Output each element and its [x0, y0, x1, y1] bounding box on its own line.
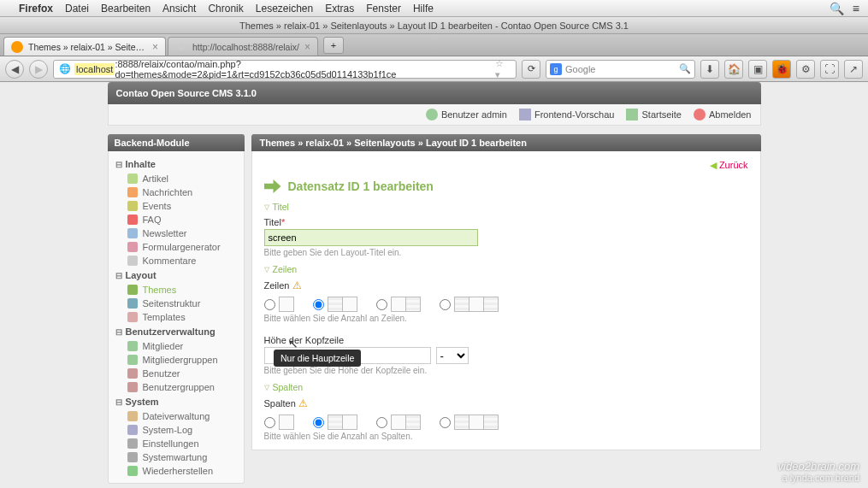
reload-button[interactable]: ⟳ — [522, 60, 540, 79]
sidebar-item-benutzer[interactable]: Benutzer — [112, 367, 240, 380]
sidebar-item-label: Nachrichten — [143, 187, 193, 197]
module-icon — [127, 355, 138, 365]
module-icon — [127, 285, 138, 295]
menu-chronik[interactable]: Chronik — [208, 3, 243, 15]
sidebar-item-wiederherstellen[interactable]: Wiederherstellen — [112, 464, 240, 478]
tab-close-icon[interactable]: × — [152, 41, 158, 53]
label-spalten: Spalten ⚠ — [264, 397, 748, 409]
sidebar-item-kommentare[interactable]: Kommentare — [112, 254, 240, 268]
menu-app-name[interactable]: Firefox — [19, 3, 53, 15]
sidebar-item-label: System-Log — [143, 425, 193, 435]
zeilen-opt-1[interactable] — [264, 297, 294, 312]
module-icon — [127, 368, 138, 379]
user-icon — [426, 109, 438, 121]
sidebar-item-label: FAQ — [143, 215, 162, 225]
sidebar-item-label: Events — [143, 201, 172, 211]
sidebar-item-systemwartung[interactable]: Systemwartung — [112, 450, 240, 464]
sidebar-item-seitenstruktur[interactable]: Seitenstruktur — [112, 297, 240, 310]
zeilen-opt-4[interactable] — [440, 297, 499, 312]
sidebar-item-templates[interactable]: Templates — [112, 310, 240, 324]
help-zeilen: Bitte wählen Sie die Anzahl an Zeilen. — [264, 314, 748, 323]
sidebar-item-label: Dateiverwaltung — [143, 411, 210, 421]
spotlight-icon[interactable]: 🔍 — [830, 2, 844, 15]
sidebar-item-mitgliedergruppen[interactable]: Mitgliedergruppen — [112, 353, 240, 367]
header-height-unit[interactable]: - — [436, 347, 469, 364]
sidebar-item-themes[interactable]: Themes — [112, 283, 240, 297]
home-link[interactable]: Startseite — [626, 109, 681, 121]
sidebar-item-newsletter[interactable]: Newsletter — [112, 226, 240, 240]
menu-lesezeichen[interactable]: Lesezeichen — [256, 3, 313, 15]
sidebar-group-benutzerverwaltung[interactable]: Benutzerverwaltung — [112, 324, 240, 339]
sidebar-item-label: Benutzergruppen — [143, 382, 215, 392]
logout-link[interactable]: Abmelden — [694, 109, 752, 121]
sidebar-group-layout[interactable]: Layout — [112, 268, 240, 283]
bookmark-star-icon[interactable]: ☆ ▾ — [495, 58, 511, 80]
legend-titel[interactable]: Titel — [264, 202, 748, 212]
module-icon — [127, 173, 138, 184]
search-magnify-icon: 🔍 — [679, 63, 691, 74]
zeilen-opt-3[interactable] — [376, 297, 421, 312]
arrow-icon — [264, 179, 281, 193]
menu-bearbeiten[interactable]: Bearbeiten — [101, 3, 151, 15]
module-icon — [127, 242, 138, 252]
sidebar-item-events[interactable]: Events — [112, 199, 240, 213]
spalten-opt-2[interactable] — [313, 415, 357, 430]
sidebar-item-nachrichten[interactable]: Nachrichten — [112, 185, 240, 199]
menu-datei[interactable]: Datei — [65, 3, 89, 15]
window-title: Themes » relaix-01 » Seitenlayouts » Lay… — [0, 17, 868, 34]
fullscreen-button[interactable]: ⛶ — [820, 60, 839, 79]
menu-extras[interactable]: Extras — [325, 3, 354, 15]
user-link[interactable]: Benutzer admin — [426, 109, 507, 121]
pocket-button[interactable]: ▣ — [748, 60, 767, 79]
settings-button[interactable]: ⚙ — [796, 60, 815, 79]
tab-inactive[interactable]: http://localhost:8888/relaix/ × — [168, 37, 318, 56]
spalten-opt-3[interactable] — [376, 415, 421, 430]
zeilen-opt-2[interactable] — [313, 297, 357, 312]
sidebar-item-label: Mitglieder — [143, 341, 184, 351]
sidebar-item-formulargenerator[interactable]: Formulargenerator — [112, 240, 240, 254]
favicon-icon — [11, 41, 23, 53]
tab-active[interactable]: Themes » relaix-01 » Seitenlay… × — [3, 37, 166, 56]
url-path: :8888/relaix/contao/main.php?do=themes&m… — [115, 59, 495, 79]
firebug-button[interactable]: 🐞 — [772, 60, 791, 79]
home-button[interactable]: 🏠 — [724, 60, 743, 79]
menubar-list-icon[interactable]: ≡ — [853, 2, 859, 15]
forward-button[interactable]: ▶ — [29, 60, 48, 79]
sidebar-item-dateiverwaltung[interactable]: Dateiverwaltung — [112, 409, 240, 423]
back-icon: ◀ — [710, 160, 717, 170]
legend-spalten[interactable]: Spalten — [264, 382, 748, 392]
back-link[interactable]: ◀ Zurück — [710, 160, 748, 170]
spalten-opt-1[interactable] — [264, 415, 294, 430]
more-button[interactable]: ↗ — [844, 60, 863, 79]
preview-link[interactable]: Frontend-Vorschau — [519, 109, 615, 121]
sidebar-item-label: Benutzer — [143, 368, 180, 379]
legend-zeilen[interactable]: Zeilen — [264, 264, 748, 274]
module-icon — [127, 187, 138, 197]
home-icon — [626, 109, 638, 121]
spalten-opt-4[interactable] — [440, 415, 499, 430]
search-input[interactable]: g Google 🔍 — [546, 60, 695, 79]
title-input[interactable] — [264, 229, 478, 246]
sidebar-item-artikel[interactable]: Artikel — [112, 172, 240, 185]
module-icon — [127, 382, 138, 392]
sidebar-item-system-log[interactable]: System-Log — [112, 423, 240, 437]
sidebar-group-system[interactable]: System — [112, 394, 240, 409]
sidebar-item-benutzergruppen[interactable]: Benutzergruppen — [112, 380, 240, 394]
sidebar-item-label: Newsletter — [143, 228, 187, 238]
sidebar-item-faq[interactable]: FAQ — [112, 213, 240, 226]
search-placeholder: Google — [565, 64, 595, 74]
module-icon — [127, 256, 138, 266]
download-button[interactable]: ⬇ — [700, 60, 719, 79]
tab-close-icon[interactable]: × — [304, 41, 310, 53]
sidebar-item-mitglieder[interactable]: Mitglieder — [112, 339, 240, 353]
menu-hilfe[interactable]: Hilfe — [413, 3, 434, 15]
help-titel: Bitte geben Sie den Layout-Titel ein. — [264, 248, 748, 257]
menu-fenster[interactable]: Fenster — [366, 3, 401, 15]
menu-ansicht[interactable]: Ansicht — [162, 3, 196, 15]
url-input[interactable]: 🌐 localhost:8888/relaix/contao/main.php?… — [53, 60, 517, 79]
sidebar-item-einstellungen[interactable]: Einstellungen — [112, 437, 240, 450]
back-button[interactable]: ◀ — [5, 60, 24, 79]
sidebar-item-label: Systemwartung — [143, 452, 208, 462]
new-tab-button[interactable]: + — [323, 37, 344, 54]
sidebar-group-inhalte[interactable]: Inhalte — [112, 156, 240, 172]
